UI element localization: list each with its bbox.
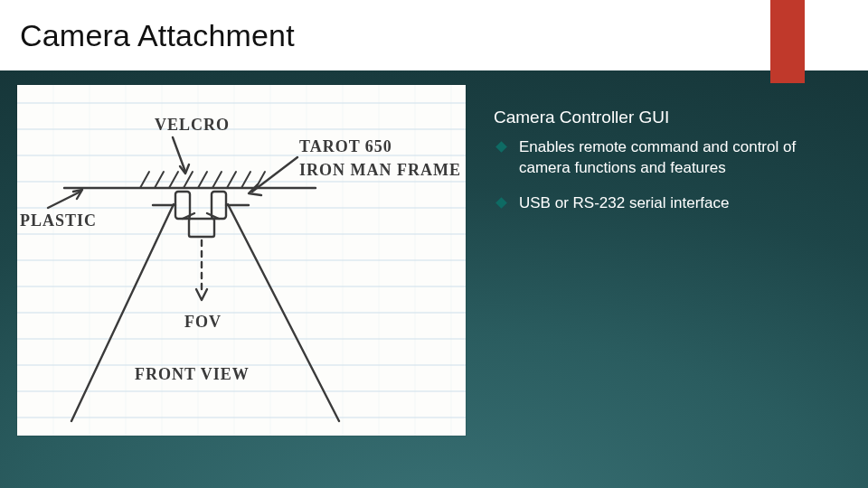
sketch-label-plastic: PLASTIC (20, 211, 97, 230)
sketch-label-front: FRONT VIEW (135, 365, 250, 383)
sketch-label-frame1: TAROT 650 (299, 137, 392, 155)
slide-root: Camera Attachment (0, 0, 868, 488)
bullet-text: Enables remote command and control of ca… (519, 138, 796, 176)
bullet-item: Enables remote command and control of ca… (494, 137, 839, 179)
svg-line-33 (241, 172, 250, 188)
sketch-svg: PLASTIC VELCRO TAROT 650 IRON MAN FRAME … (17, 85, 466, 436)
svg-line-30 (198, 172, 207, 188)
sketch-label-frame2: IRON MAN FRAME (299, 161, 461, 179)
sketch-label-velcro: VELCRO (155, 116, 230, 134)
svg-line-31 (212, 172, 222, 188)
svg-line-45 (48, 192, 80, 208)
content-subheading: Camera Controller GUI (494, 108, 669, 127)
slide-title: Camera Attachment (20, 18, 295, 53)
svg-line-47 (252, 157, 297, 192)
svg-line-28 (169, 172, 178, 188)
sketch-figure: PLASTIC VELCRO TAROT 650 IRON MAN FRAME … (17, 85, 466, 436)
accent-block-icon (770, 0, 805, 83)
bullet-list: Enables remote command and control of ca… (494, 137, 839, 229)
svg-rect-35 (175, 192, 190, 219)
bullet-icon (495, 141, 507, 153)
svg-rect-36 (212, 192, 226, 219)
bullet-text: USB or RS-232 serial interface (519, 194, 729, 211)
bullet-icon (495, 197, 507, 209)
bullet-item: USB or RS-232 serial interface (494, 193, 839, 214)
title-bar: Camera Attachment (0, 0, 868, 70)
svg-line-26 (140, 172, 149, 188)
sketch-label-fov: FOV (184, 313, 222, 331)
